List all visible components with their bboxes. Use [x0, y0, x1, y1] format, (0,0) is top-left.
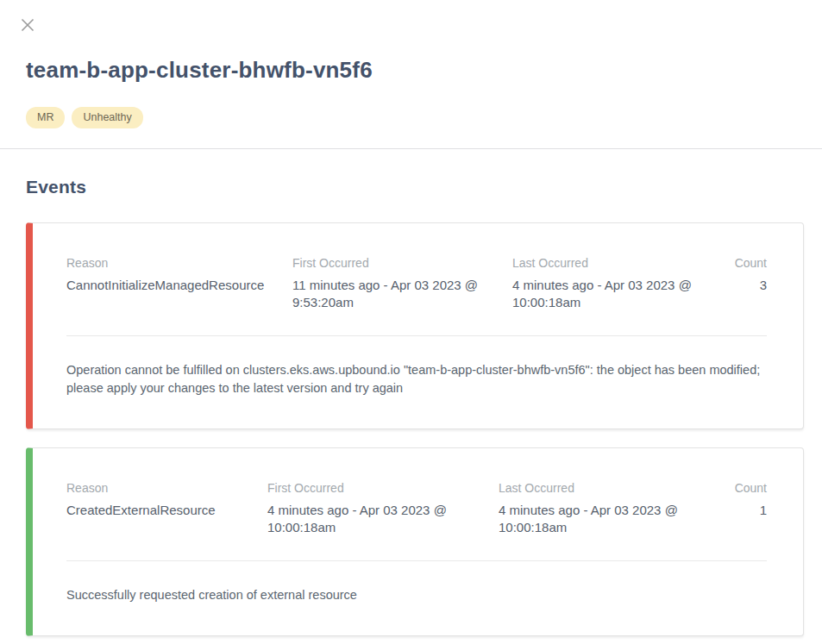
event-message-section: Successfully requested creation of exter… [66, 560, 767, 604]
event-message-section: Operation cannot be fulfilled on cluster… [66, 335, 767, 397]
column-header-count: Count [712, 481, 767, 495]
event-message: Operation cannot be fulfilled on cluster… [66, 361, 767, 397]
header-divider [0, 148, 822, 149]
event-reason: CreatedExternalResource [66, 502, 267, 535]
close-icon [21, 18, 35, 32]
column-header-first-occurred: First Occurred [267, 481, 499, 495]
event-reason: CannotInitializeManagedResource [66, 277, 292, 310]
event-first-occurred: 11 minutes ago - Apr 03 2023 @ 9:53:20am [292, 277, 512, 310]
badge-row: MR Unhealthy [26, 107, 143, 128]
column-header-reason: Reason [66, 481, 267, 495]
event-first-occurred: 4 minutes ago - Apr 03 2023 @ 10:00:18am [267, 502, 499, 535]
events-section-title: Events [26, 177, 86, 197]
resource-detail-panel: team-b-app-cluster-bhwfb-vn5f6 MR Unheal… [0, 0, 822, 644]
column-header-reason: Reason [66, 256, 292, 270]
column-header-count: Count [712, 256, 767, 270]
close-button[interactable] [20, 17, 35, 33]
column-header-last-occurred: Last Occurred [512, 256, 712, 270]
event-table: Reason First Occurred Last Occurred Coun… [66, 481, 767, 535]
kind-badge: MR [26, 107, 65, 128]
event-last-occurred: 4 minutes ago - Apr 03 2023 @ 10:00:18am [499, 502, 712, 535]
event-count: 1 [712, 502, 767, 535]
event-count: 3 [712, 277, 767, 310]
column-header-last-occurred: Last Occurred [499, 481, 712, 495]
page-title: team-b-app-cluster-bhwfb-vn5f6 [26, 57, 373, 84]
health-status-badge: Unhealthy [72, 107, 142, 128]
event-card-error: Reason First Occurred Last Occurred Coun… [26, 222, 804, 429]
event-table: Reason First Occurred Last Occurred Coun… [66, 256, 767, 310]
event-card-success: Reason First Occurred Last Occurred Coun… [26, 447, 804, 636]
column-header-first-occurred: First Occurred [292, 256, 512, 270]
event-message: Successfully requested creation of exter… [66, 586, 767, 604]
event-last-occurred: 4 minutes ago - Apr 03 2023 @ 10:00:18am [512, 277, 712, 310]
events-list: Reason First Occurred Last Occurred Coun… [26, 222, 804, 636]
